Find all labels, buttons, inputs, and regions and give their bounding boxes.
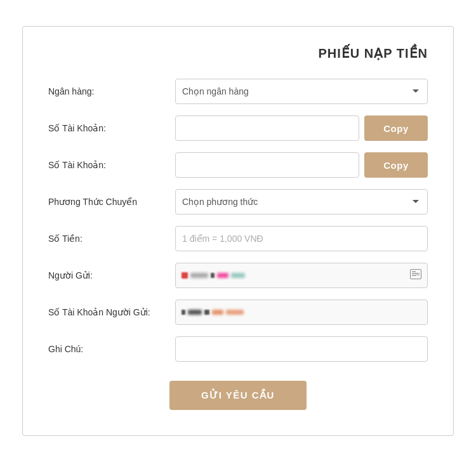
nguoi-gui-label: Người Gửi: bbox=[48, 270, 175, 280]
phuong-thuc-row: Phương Thức Chuyển Chọn phương thức bbox=[48, 189, 428, 214]
nguoi-gui-row: Người Gửi: bbox=[48, 263, 428, 288]
so-tk-nguoi-gui-row: Số Tài Khoản Người Gửi: bbox=[48, 300, 428, 325]
phuong-thuc-label: Phương Thức Chuyển bbox=[48, 197, 175, 207]
phuong-thuc-select[interactable]: Chọn phương thức bbox=[175, 189, 428, 214]
so-tk-nguoi-gui-control bbox=[175, 300, 428, 325]
so-tai-khoan-1-control: Copy bbox=[175, 116, 428, 141]
so-tai-khoan-2-input[interactable] bbox=[175, 152, 359, 178]
so-tk-nguoi-gui-input[interactable] bbox=[175, 300, 428, 325]
so-tai-khoan-1-row: Số Tài Khoản: Copy bbox=[48, 116, 428, 141]
so-tk-nguoi-gui-label: Số Tài Khoản Người Gửi: bbox=[48, 307, 175, 317]
nguoi-gui-control bbox=[175, 263, 428, 288]
so-tien-label: Số Tiền: bbox=[48, 234, 175, 244]
ngan-hang-control: Chọn ngân hàng bbox=[175, 79, 428, 104]
so-tai-khoan-2-row: Số Tài Khoản: Copy bbox=[48, 152, 428, 178]
phuong-thuc-control: Chọn phương thức bbox=[175, 189, 428, 214]
so-tai-khoan-2-control: Copy bbox=[175, 152, 428, 178]
copy-1-button[interactable]: Copy bbox=[364, 116, 428, 141]
page-title: PHIẾU NẠP TIỀN bbox=[48, 46, 428, 61]
submit-wrap: GỬI YÊU CẦU bbox=[48, 381, 428, 410]
svg-point-4 bbox=[417, 273, 420, 276]
so-tien-control bbox=[175, 226, 428, 251]
ghi-chu-label: Ghi Chú: bbox=[48, 344, 175, 354]
contact-icon bbox=[410, 269, 421, 282]
submit-button[interactable]: GỬI YÊU CẦU bbox=[169, 381, 307, 410]
copy-2-button[interactable]: Copy bbox=[364, 152, 428, 178]
ngan-hang-label: Ngân hàng: bbox=[48, 86, 175, 96]
ghi-chu-row: Ghi Chú: bbox=[48, 336, 428, 362]
so-tien-input[interactable] bbox=[175, 226, 428, 251]
nguoi-gui-input[interactable] bbox=[175, 263, 428, 288]
ngan-hang-select[interactable]: Chọn ngân hàng bbox=[175, 79, 428, 104]
so-tai-khoan-2-label: Số Tài Khoản: bbox=[48, 160, 175, 170]
so-tien-row: Số Tiền: bbox=[48, 226, 428, 251]
nguoi-gui-input-wrap bbox=[175, 263, 428, 288]
ghi-chu-input[interactable] bbox=[175, 336, 428, 362]
ngan-hang-row: Ngân hàng: Chọn ngân hàng bbox=[48, 79, 428, 104]
ghi-chu-control bbox=[175, 336, 428, 362]
form-card: PHIẾU NẠP TIỀN Ngân hàng: Chọn ngân hàng… bbox=[22, 26, 454, 436]
so-tai-khoan-1-input[interactable] bbox=[175, 116, 359, 141]
so-tai-khoan-1-label: Số Tài Khoản: bbox=[48, 123, 175, 133]
